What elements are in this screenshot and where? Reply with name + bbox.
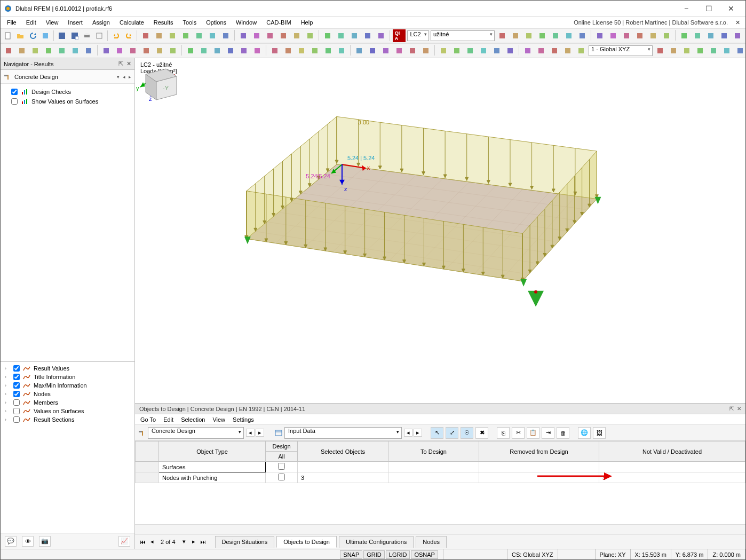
- toolbar2-btn-38[interactable]: [535, 45, 547, 57]
- cell-design-all[interactable]: [266, 462, 298, 472]
- toolbar2-btn-4[interactable]: [56, 45, 68, 57]
- toolbar1-tail-btn-0[interactable]: [496, 30, 508, 42]
- toolbar1-tail-btn-2[interactable]: [523, 30, 535, 42]
- checkbox[interactable]: [13, 399, 20, 406]
- toolbar2-tail-btn-0[interactable]: [654, 45, 666, 57]
- toolbar2-btn-17[interactable]: [238, 45, 250, 57]
- bp-menu-edit[interactable]: Edit: [163, 416, 173, 423]
- close-button[interactable]: ✕: [720, 1, 742, 16]
- menu-calculate[interactable]: Calculate: [115, 18, 148, 27]
- pager-first-icon[interactable]: ⏮: [138, 539, 147, 545]
- bp-menu-go-to[interactable]: Go To: [140, 416, 156, 423]
- next-module-icon[interactable]: ▸: [256, 429, 264, 437]
- nav-lower-members[interactable]: ›Members: [2, 398, 133, 407]
- toolbar2-btn-33[interactable]: [464, 45, 476, 57]
- restore-panel-icon[interactable]: ⇱: [729, 406, 734, 412]
- table-row[interactable]: Nodes with Punching33: [136, 472, 745, 483]
- toolbar2-btn-29[interactable]: [407, 45, 418, 57]
- toolbar2-btn-31[interactable]: [438, 45, 449, 57]
- menu-tools[interactable]: Tools: [178, 18, 201, 27]
- toolbar1-btn-6[interactable]: [220, 30, 232, 42]
- menu-edit[interactable]: Edit: [22, 18, 41, 27]
- nav-lower-result-values[interactable]: ›Result Values: [2, 364, 133, 373]
- select-tool-icon[interactable]: ↖: [431, 427, 443, 439]
- tab-objects-to-design[interactable]: Objects to Design: [276, 536, 337, 548]
- design-table[interactable]: Object Type Design Selected Objects To D…: [135, 441, 745, 483]
- close-panel-icon[interactable]: ✕: [737, 406, 741, 412]
- nav-lower-nodes[interactable]: ›Nodes: [2, 390, 133, 398]
- pager-last-icon[interactable]: ⏭: [199, 539, 208, 545]
- toolbar1-btn-3[interactable]: [180, 30, 192, 42]
- toolbar2-btn-1[interactable]: [16, 45, 28, 57]
- toolbar2-btn-20[interactable]: [282, 45, 294, 57]
- toolbar1-btn-9[interactable]: [264, 30, 276, 42]
- checkbox[interactable]: [11, 98, 18, 105]
- toolbar1-btn-16[interactable]: [362, 30, 374, 42]
- toolbar1-btn-4[interactable]: [193, 30, 205, 42]
- col-object-type[interactable]: Object Type: [159, 441, 266, 462]
- prev-module-icon[interactable]: ◂: [246, 429, 255, 437]
- toolbar2-btn-34[interactable]: [478, 45, 489, 57]
- toolbar2-btn-10[interactable]: [140, 45, 152, 57]
- coordinate-system-combo[interactable]: 1 - Global XYZ: [589, 45, 653, 56]
- toolbar2-tail-btn-2[interactable]: [681, 45, 693, 57]
- prev-cat-icon[interactable]: ◂: [404, 429, 412, 437]
- print-icon[interactable]: [82, 30, 92, 42]
- toolbar2-btn-35[interactable]: [491, 45, 503, 57]
- toolbar2-btn-27[interactable]: [380, 45, 392, 57]
- toolbar2-btn-14[interactable]: [198, 45, 210, 57]
- nav-lower-values-on-surfaces[interactable]: ›Values on Surfaces: [2, 407, 133, 415]
- menu-window[interactable]: Window: [232, 18, 261, 27]
- snap-grid[interactable]: GRID: [363, 550, 385, 559]
- toolbar1-btn-15[interactable]: [348, 30, 360, 42]
- cell-selected[interactable]: [298, 462, 388, 472]
- nav-lower-max-min-information[interactable]: ›Max/Min Information: [2, 381, 133, 390]
- toolbar2-btn-30[interactable]: [420, 45, 432, 57]
- nav-next-icon[interactable]: ▸: [129, 74, 131, 80]
- toolbar2-tail-btn-3[interactable]: [694, 45, 706, 57]
- export-icon[interactable]: ⇥: [542, 427, 554, 439]
- menu-help[interactable]: Help: [297, 18, 318, 27]
- col-design-all[interactable]: All: [266, 452, 298, 462]
- toolbar2-btn-8[interactable]: [114, 45, 125, 57]
- toolbar1-btn-12[interactable]: [304, 30, 316, 42]
- toolbar2-btn-0[interactable]: [3, 45, 14, 57]
- toolbar2-btn-13[interactable]: [185, 45, 196, 57]
- wizard-icon[interactable]: [40, 30, 51, 42]
- toolbar1-tail-btn-11[interactable]: [647, 30, 659, 42]
- toolbar2-btn-36[interactable]: [504, 45, 516, 57]
- toolbar2-btn-18[interactable]: [251, 45, 263, 57]
- toolbar2-btn-12[interactable]: [167, 45, 179, 57]
- next-cat-icon[interactable]: ▸: [414, 429, 422, 437]
- menu-insert[interactable]: Insert: [64, 18, 87, 27]
- toolbar2-btn-22[interactable]: [309, 45, 321, 57]
- toolbar1-tail-btn-3[interactable]: [536, 30, 548, 42]
- toolbar2-btn-21[interactable]: [296, 45, 307, 57]
- menu-view[interactable]: View: [42, 18, 63, 27]
- data-category-combo[interactable]: Input Data: [284, 427, 402, 439]
- nav-lower-title-information[interactable]: ›Title Information: [2, 373, 133, 381]
- chevron-down-icon[interactable]: ▾: [117, 74, 120, 80]
- pager-next-icon[interactable]: ▸: [189, 538, 198, 545]
- toolbar2-btn-40[interactable]: [562, 45, 574, 57]
- filter-icon[interactable]: ☉: [461, 427, 473, 439]
- loadcase-id-combo[interactable]: LC2: [407, 30, 428, 41]
- toolbar1-tail-btn-5[interactable]: [563, 30, 575, 42]
- toolbar2-btn-26[interactable]: [367, 45, 378, 57]
- refresh-icon[interactable]: [28, 30, 38, 42]
- tab-ultimate-configurations[interactable]: Ultimate Configurations: [339, 536, 414, 548]
- navigator-category[interactable]: Concrete Design ▾ ◂ ▸: [1, 70, 134, 84]
- toolbar2-tail-btn-4[interactable]: [708, 45, 719, 57]
- cell-to-design[interactable]: [388, 462, 479, 472]
- toolbar1-tail-btn-1[interactable]: [510, 30, 521, 42]
- toolbar2-btn-9[interactable]: [127, 45, 139, 57]
- cut-row-icon[interactable]: ✂: [512, 427, 525, 439]
- toolbar1-btn-10[interactable]: [277, 30, 289, 42]
- bp-menu-view[interactable]: View: [212, 416, 225, 423]
- toolbar1-tail-btn-17[interactable]: [732, 30, 743, 42]
- checkbox[interactable]: [11, 89, 18, 95]
- table-scrollbar[interactable]: [135, 524, 745, 534]
- toolbar2-btn-37[interactable]: [522, 45, 534, 57]
- expand-icon[interactable]: ›: [5, 366, 10, 371]
- table-row[interactable]: Surfaces: [136, 462, 745, 472]
